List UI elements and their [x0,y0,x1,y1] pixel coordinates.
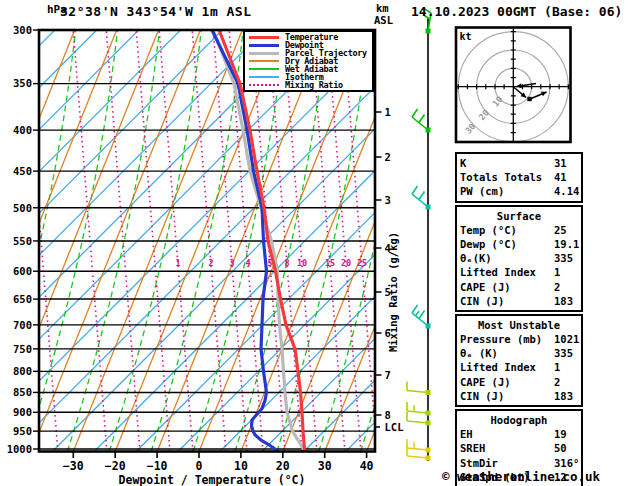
wind-barb-icon [407,382,431,396]
svg-text:3: 3 [229,258,234,268]
row-label: K [460,157,466,169]
table-row: CIN (J)183 [460,294,578,308]
svg-text:15: 15 [325,258,335,268]
row-label: CAPE (J) [460,376,511,388]
svg-text:1: 1 [385,106,391,118]
temperature-axis: −30−20−10010203040Dewpoint / Temperature… [63,452,374,486]
row-label: CAPE (J) [460,281,511,293]
wind-barb-column [407,9,431,462]
svg-text:10: 10 [234,459,248,473]
svg-text:20: 20 [477,108,491,122]
svg-text:550: 550 [13,235,32,247]
svg-text:7: 7 [385,369,391,381]
table-row: CAPE (J)2 [460,375,578,389]
altitude-axis: 87654321LCLMixing Ratio (g/kg) [375,106,403,433]
svg-text:−10: −10 [147,459,168,473]
svg-text:3: 3 [385,194,391,206]
svg-text:−20: −20 [105,459,126,473]
row-label: Dewp (°C) [460,238,517,250]
wind-barb-icon [407,439,431,453]
row-value: 19.1 [554,237,579,251]
svg-text:400: 400 [13,124,32,136]
section-header: Hodograph [460,413,578,427]
svg-text:650: 650 [13,293,32,305]
svg-text:30: 30 [318,459,332,473]
indices-table: K31Totals Totals41PW (cm)4.14SurfaceTemp… [455,152,583,486]
row-label: CIN (J) [460,390,504,402]
svg-text:900: 900 [13,406,32,418]
row-label: SREH [460,442,485,454]
row-label: Lifted Index [460,361,536,373]
svg-text:850: 850 [13,386,32,398]
svg-text:20: 20 [276,459,290,473]
indices-section: SurfaceTemp (°C)25Dewp (°C)19.1θₑ(K)335L… [455,205,583,312]
legend-line-sample [249,76,279,78]
row-value: 183 [554,389,573,403]
row-value: 50 [554,441,567,455]
row-label: StmDir [460,457,498,469]
section-header: Most Unstable [460,318,578,332]
hodograph-unit-label: kt [460,31,472,42]
row-value: 1 [554,360,560,374]
svg-text:Dewpoint / Temperature (°C): Dewpoint / Temperature (°C) [119,473,306,486]
svg-text:950: 950 [13,425,32,437]
svg-text:1: 1 [175,258,180,268]
row-label: θₑ (K) [460,347,498,359]
svg-text:800: 800 [13,365,32,377]
legend-line-sample [249,52,279,55]
row-label: Pressure (mb) [460,333,542,345]
legend-box: TemperatureDewpointParcel TrajectoryDry … [243,30,374,92]
svg-text:8: 8 [284,258,289,268]
pressure-axis: 3003504004505005506006507007508008509009… [7,24,40,455]
table-row: CIN (J)183 [460,389,578,403]
station-title: 32°38'N 343°54'W 1m ASL [60,4,252,19]
indices-section: Most UnstablePressure (mb)1021θₑ (K)335L… [455,314,583,407]
table-row: Totals Totals41 [460,170,578,184]
table-row: Lifted Index1 [460,360,578,374]
row-label: Lifted Index [460,266,536,278]
row-label: CIN (J) [460,295,504,307]
svg-text:8: 8 [385,409,391,421]
row-value: 335 [554,346,573,360]
svg-text:450: 450 [13,165,32,177]
copyright-note: © weatheronline.co.uk [442,469,600,484]
table-row: θₑ(K)335 [460,251,578,265]
row-value: 2 [554,375,560,389]
wind-barb-icon [407,402,431,416]
svg-text:20: 20 [341,258,351,268]
row-value: 31 [554,156,567,170]
table-row: Lifted Index1 [460,265,578,279]
svg-text:1000: 1000 [7,443,32,455]
svg-text:500: 500 [13,202,32,214]
table-row: Dewp (°C)19.1 [460,237,578,251]
row-label: Temp (°C) [460,224,517,236]
table-row: Pressure (mb)1021 [460,332,578,346]
table-row: EH19 [460,427,578,441]
row-value: 335 [554,251,573,265]
altitude-axis-asl: ASL [374,14,393,26]
svg-text:30: 30 [463,121,477,135]
svg-text:750: 750 [13,343,32,355]
svg-text:40: 40 [360,459,374,473]
table-row: PW (cm)4.14 [460,184,578,198]
indices-section: K31Totals Totals41PW (cm)4.14 [455,152,583,203]
table-row: K31 [460,156,578,170]
table-row: StmDir316° [460,456,578,470]
row-value: 1021 [554,332,579,346]
mixing-ratio-axis-label: Mixing Ratio (g/kg) [387,232,399,352]
svg-text:700: 700 [13,319,32,331]
legend-line-sample [249,60,279,62]
svg-text:600: 600 [13,265,32,277]
svg-text:2: 2 [385,151,391,163]
table-row: Temp (°C)25 [460,223,578,237]
row-value: 4.14 [554,184,579,198]
svg-text:−30: −30 [63,459,84,473]
svg-text:10: 10 [490,94,504,108]
hodograph: 102030kt [457,29,570,142]
legend-line-sample [249,84,279,86]
svg-text:LCL: LCL [385,421,404,433]
table-row: θₑ (K)335 [460,346,578,360]
row-value: 19 [554,427,567,441]
skewt-sounding-page: 1234581015202530035040045050055060065070… [0,0,629,486]
svg-text:4: 4 [245,258,250,268]
